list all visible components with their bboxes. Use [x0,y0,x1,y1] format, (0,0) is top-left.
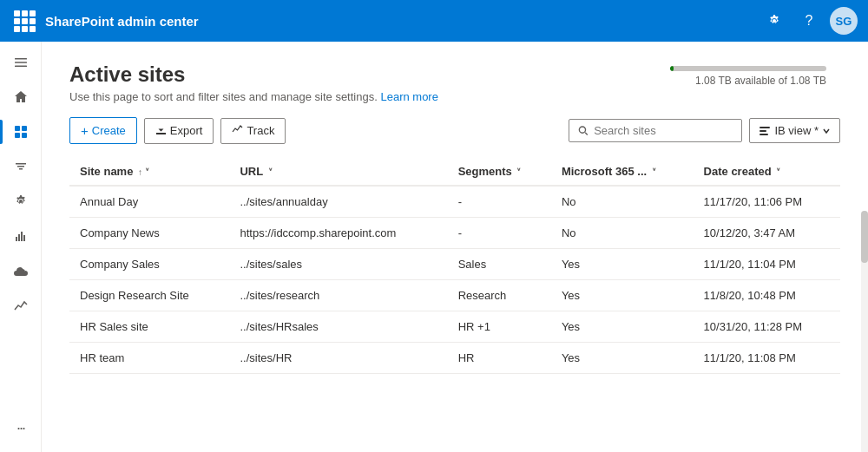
sidebar-item-sites[interactable] [0,115,42,149]
svg-rect-10 [23,235,25,241]
search-icon [578,125,589,136]
sites-icon [14,125,28,139]
storage-bar-track [670,66,826,71]
svg-line-12 [586,133,589,135]
create-button[interactable]: + Create [69,117,137,144]
cell-segments: - [448,186,551,218]
cell-segments: HR +1 [448,311,551,343]
sidebar-item-analytics[interactable] [0,288,42,323]
svg-rect-15 [760,134,768,135]
waffle-icon [14,10,36,32]
view-switcher[interactable]: IB view * [749,118,840,143]
svg-point-11 [580,127,586,133]
cell-date-created: 11/1/20, 11:04 PM [694,249,840,280]
col-header-url[interactable]: URL ˅ [229,158,447,186]
col-header-segments[interactable]: Segments ˅ [448,158,551,186]
cloud-icon [14,264,28,278]
chart-icon [14,298,28,312]
plus-icon: + [81,123,89,138]
storage-text: 1.08 TB available of 1.08 TB [695,75,826,87]
sidebar-item-home[interactable] [0,80,42,115]
svg-rect-1 [15,62,27,63]
table-row[interactable]: Company News https://idccomp.sharepoint.… [69,218,840,249]
home-icon [14,90,28,104]
cell-date-created: 11/8/20, 10:48 PM [694,280,840,311]
cell-url: ../sites/HR [229,343,447,374]
toolbar: + Create Export Track [69,117,840,144]
chevron-down-icon [822,127,831,135]
search-input[interactable] [594,124,733,137]
svg-rect-9 [21,232,23,241]
table-row[interactable]: Company Sales ../sites/sales Sales Yes 1… [69,249,840,280]
gear-sidebar-icon [14,194,28,208]
table-header: Site name ↑ ˅ URL ˅ Segments ˅ Microsoft… [69,158,840,186]
cell-microsoft365: Yes [551,280,694,311]
top-bar-actions: ? SG [760,7,858,35]
table-body: Annual Day ../sites/annualday - No 11/17… [69,186,840,374]
reports-icon [14,229,28,243]
cell-microsoft365: No [551,186,694,218]
cell-date-created: 11/1/20, 11:08 PM [694,343,840,374]
cell-url: ../sites/research [229,280,447,311]
export-button[interactable]: Export [144,118,214,144]
svg-rect-14 [760,130,766,132]
gear-icon [767,14,781,28]
svg-rect-13 [760,127,770,128]
cell-segments: HR [448,343,551,374]
svg-rect-2 [15,66,27,68]
cell-site-name: Annual Day [69,186,229,218]
cell-site-name: HR team [69,343,229,374]
scroll-indicator[interactable] [861,211,868,452]
sidebar-item-policies[interactable] [0,149,42,184]
app-title: SharePoint admin center [45,14,760,29]
svg-rect-8 [18,234,20,241]
track-icon [232,124,243,138]
table-row[interactable]: HR team ../sites/HR HR Yes 11/1/20, 11:0… [69,343,840,374]
view-icon [759,125,771,137]
cell-url: ../sites/sales [229,249,447,280]
cell-segments: Research [448,280,551,311]
table-row[interactable]: Design Research Site ../sites/research R… [69,280,840,311]
sidebar-item-reports[interactable] [0,219,42,253]
storage-bar-fill [670,66,674,71]
sidebar-item-menu[interactable] [0,45,42,80]
sidebar-item-settings[interactable] [0,184,42,219]
svg-rect-6 [22,133,27,138]
app-body: ··· 1.08 TB available of 1.08 TB Active … [0,42,868,452]
cell-segments: Sales [448,249,551,280]
cell-date-created: 10/31/20, 11:28 PM [694,311,840,343]
cell-date-created: 11/17/20, 11:06 PM [694,186,840,218]
waffle-menu-button[interactable] [10,7,38,35]
cell-microsoft365: No [551,218,694,249]
svg-rect-5 [15,133,20,138]
help-button[interactable]: ? [795,7,823,35]
cell-microsoft365: Yes [551,311,694,343]
user-avatar[interactable]: SG [830,7,858,35]
sites-table: Site name ↑ ˅ URL ˅ Segments ˅ Microsoft… [69,158,840,374]
download-icon [155,124,167,138]
learn-more-link[interactable]: Learn more [380,90,437,103]
sidebar-item-migration[interactable] [0,253,42,288]
cell-url: https://idccomp.sharepoint.com [229,218,447,249]
settings-button[interactable] [760,7,788,35]
top-bar: SharePoint admin center ? SG [0,0,868,42]
hamburger-icon [14,56,28,69]
col-header-date-created[interactable]: Date created ˅ [694,158,840,186]
table-row[interactable]: HR Sales site ../sites/HRsales HR +1 Yes… [69,311,840,343]
svg-rect-7 [16,237,17,241]
svg-rect-0 [15,58,27,60]
sidebar-item-more[interactable]: ··· [0,410,42,445]
storage-indicator: 1.08 TB available of 1.08 TB [670,66,826,87]
track-button[interactable]: Track [220,118,286,144]
main-content: 1.08 TB available of 1.08 TB Active site… [42,42,868,452]
svg-rect-4 [22,126,27,131]
controls-icon [14,160,28,174]
cell-microsoft365: Yes [551,343,694,374]
col-header-site-name[interactable]: Site name ↑ ˅ [69,158,229,186]
sidebar: ··· [0,42,42,452]
table-row[interactable]: Annual Day ../sites/annualday - No 11/17… [69,186,840,218]
col-header-microsoft365[interactable]: Microsoft 365 ... ˅ [551,158,694,186]
cell-site-name: HR Sales site [69,311,229,343]
scroll-thumb[interactable] [861,211,868,263]
search-box[interactable] [569,119,742,142]
